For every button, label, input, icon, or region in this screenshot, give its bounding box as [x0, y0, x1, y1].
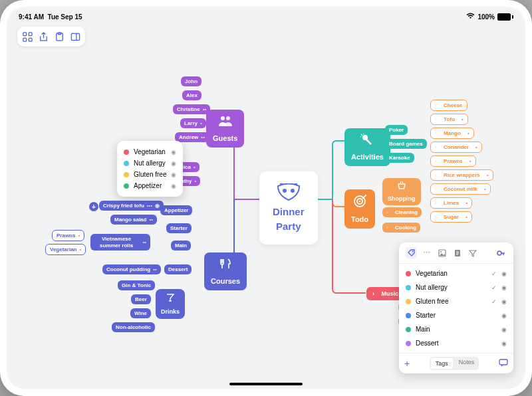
dish-mango[interactable]: Mango salad•• [110, 215, 157, 225]
course-drinks[interactable]: Drinks [156, 289, 185, 319]
dish-tofu[interactable]: Crispy fried tofu•••◉ [99, 201, 164, 211]
course-starter[interactable]: Starter [166, 223, 192, 233]
branch-guests-label: Guests [213, 134, 237, 142]
tag-vegetarian[interactable]: Vegetarian• [45, 244, 86, 255]
eye-icon[interactable]: ◉ [171, 160, 176, 167]
eye-icon[interactable]: ◉ [501, 340, 507, 347]
svg-point-16 [412, 250, 413, 252]
tags-popover: Vegetarian◉ Nut allergy◉ Gluten free◉ Ap… [117, 141, 183, 197]
segment-control[interactable]: TagsNotes [430, 357, 479, 370]
shop-coconut[interactable]: ◦ Coconut milk • [430, 183, 491, 195]
center-title-2: Party [276, 221, 301, 233]
course-main[interactable]: Main [171, 241, 191, 250]
panel-row[interactable]: Starter◉ [399, 308, 513, 322]
note-icon[interactable] [452, 247, 463, 258]
guest-larry[interactable]: Larry• [180, 118, 206, 128]
key-icon[interactable] [495, 247, 507, 258]
guest-andrew[interactable]: Andrew•• [175, 132, 209, 142]
guest-christine[interactable]: Christine•• [173, 104, 210, 114]
image-icon[interactable] [436, 247, 448, 258]
activity-karaoke[interactable]: Karaoke [385, 153, 414, 163]
check-icon: ✓ [491, 284, 497, 291]
branch-guests[interactable]: Guests [206, 110, 244, 148]
svg-point-8 [283, 189, 287, 193]
guest-alex[interactable]: Alex [182, 90, 201, 100]
activity-board[interactable]: Board games [385, 139, 427, 149]
tag-prawns[interactable]: Prawns• [52, 230, 84, 241]
svg-point-9 [291, 189, 295, 193]
shop-mango[interactable]: ◦ Mango • [430, 128, 474, 139]
add-node-button[interactable]: + [89, 202, 98, 211]
eye-icon[interactable]: ◉ [171, 171, 176, 178]
eye-icon[interactable]: ◉ [501, 326, 507, 333]
target-icon [353, 195, 366, 211]
panel-row[interactable]: Gluten free✓◉ [399, 294, 513, 308]
todo-shopping[interactable]: Shopping [382, 178, 421, 205]
branch-activities[interactable]: Activities [344, 128, 390, 166]
people-icon [218, 115, 233, 130]
panel-footer: + TagsNotes [399, 353, 513, 373]
popover-item[interactable]: Gluten free◉ [124, 169, 176, 180]
shop-coriander[interactable]: ◦ Coriander • [430, 142, 482, 153]
branch-courses-label: Courses [211, 277, 240, 285]
check-icon: ✓ [491, 298, 497, 305]
panel-toolbar: ⋯ [399, 243, 513, 264]
svg-rect-21 [499, 359, 507, 365]
svg-point-15 [359, 201, 360, 202]
center-node[interactable]: Dinner Party [259, 171, 318, 245]
shop-prawns[interactable]: ◦ Prawns • [430, 155, 476, 167]
eye-icon[interactable]: ◉ [501, 270, 507, 277]
dish-summer[interactable]: Vietnamese summer rolls •• [90, 234, 150, 250]
shop-limes[interactable]: ◦ Limes • [430, 197, 472, 209]
utensils-icon [218, 258, 233, 273]
tags-panel: ⋯ Vegetarian✓◉ Nut allergy✓◉ Gluten free… [399, 243, 513, 373]
panel-row[interactable]: Vegetarian✓◉ [399, 266, 513, 280]
microphone-icon [360, 134, 374, 149]
basket-icon [397, 181, 406, 191]
svg-point-20 [497, 251, 501, 255]
drink-beer[interactable]: Beer [131, 294, 151, 304]
branch-courses[interactable]: Courses [204, 252, 247, 290]
activity-poker[interactable]: Poker [385, 125, 408, 135]
drink-gin[interactable]: Gin & Tonic [118, 280, 155, 290]
message-icon[interactable] [499, 359, 508, 368]
branch-todo-label: Todo [351, 215, 368, 223]
svg-point-11 [226, 116, 230, 120]
shop-tofu[interactable]: ◦ Tofu • [430, 114, 468, 125]
branch-todo[interactable]: Todo [344, 189, 375, 229]
dish-coconut[interactable]: Coconut pudding•• [102, 264, 161, 274]
course-appetizer[interactable]: Appetizer [160, 205, 192, 215]
eye-icon[interactable]: ◉ [501, 298, 507, 305]
branch-activities-label: Activities [351, 153, 384, 161]
shop-cheese[interactable]: ◦ Cheese [430, 100, 467, 111]
panel-row[interactable]: Dessert◉ [399, 336, 513, 350]
shop-rice[interactable]: ◦ Rice wrappers • [430, 169, 493, 181]
panel-row[interactable]: Nut allergy✓◉ [399, 280, 513, 294]
panel-row[interactable]: Main◉ [399, 322, 513, 336]
guest-john[interactable]: John [181, 76, 201, 86]
drink-non[interactable]: Non-alcoholic [112, 322, 155, 332]
todo-cooking[interactable]: ◦ Cooking [382, 223, 420, 233]
todo-cleaning[interactable]: ◦ Cleaning [382, 207, 422, 217]
eye-icon[interactable]: ◉ [501, 312, 507, 319]
tag-tool-icon[interactable] [406, 247, 417, 258]
popover-item[interactable]: Appetizer◉ [124, 180, 176, 191]
mindmap-canvas[interactable]: Dinner Party Guests John Alex Christine•… [7, 7, 525, 389]
home-indicator[interactable] [229, 383, 303, 385]
check-icon: ✓ [491, 270, 497, 277]
svg-point-18 [440, 251, 442, 252]
eye-icon[interactable]: ◉ [171, 149, 176, 155]
dots-icon[interactable]: ⋯ [421, 247, 432, 258]
drink-wine[interactable]: Wine [130, 308, 151, 318]
popover-item[interactable]: Vegetarian◉ [124, 146, 176, 157]
filter-icon[interactable] [467, 247, 478, 258]
popover-item[interactable]: Nut allergy◉ [124, 157, 176, 169]
shop-sugar[interactable]: ◦ Sugar • [430, 211, 472, 223]
eye-icon[interactable]: ◉ [171, 183, 176, 189]
add-tag-button[interactable]: + [404, 358, 410, 369]
cocktail-icon [166, 293, 175, 304]
eye-icon[interactable]: ◉ [501, 284, 507, 291]
course-dessert[interactable]: Dessert [164, 264, 192, 274]
center-title-1: Dinner [273, 206, 305, 218]
panel-list: Vegetarian✓◉ Nut allergy✓◉ Gluten free✓◉… [399, 264, 513, 353]
